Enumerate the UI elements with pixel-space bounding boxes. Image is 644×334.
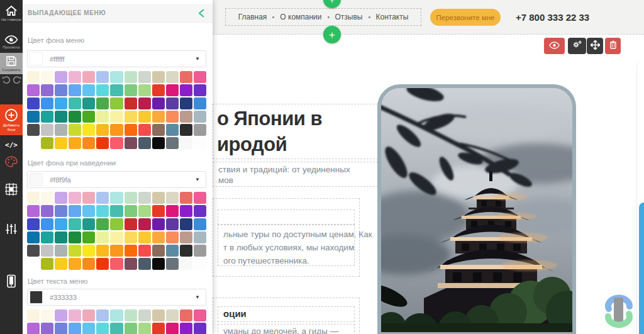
color-swatch[interactable] [125,323,137,334]
color-swatch[interactable] [69,245,81,257]
nav-link[interactable]: О компании [280,13,321,21]
color-swatch[interactable] [96,231,109,243]
color-swatch[interactable] [69,205,81,217]
color-swatch[interactable] [152,205,165,217]
color-swatch[interactable] [82,323,95,334]
callback-button[interactable]: Перезвоните мне [430,9,501,26]
color-swatch[interactable] [55,124,67,136]
add-section-button[interactable]: + [323,26,341,43]
color-swatch[interactable] [166,192,179,204]
color-swatch[interactable] [152,137,165,149]
color-swatch[interactable] [27,231,40,243]
color-swatch[interactable] [166,309,179,321]
color-swatch[interactable] [82,309,95,321]
sidebar-item-mobile-view[interactable] [0,274,23,288]
color-swatch[interactable] [166,97,179,109]
color-swatch[interactable] [138,137,151,149]
color-swatch[interactable] [96,84,109,96]
color-swatch[interactable] [180,137,192,149]
color-swatch[interactable] [194,84,206,96]
nav-link[interactable]: Отзывы [335,13,363,21]
color-swatch[interactable] [138,231,151,243]
color-swatch[interactable] [82,84,95,96]
color-swatch[interactable] [152,192,165,204]
color-swatch[interactable] [110,218,123,230]
color-swatch[interactable] [125,231,137,243]
color-swatch[interactable] [55,97,67,109]
color-swatch[interactable] [152,245,165,257]
color-swatch[interactable] [82,205,95,217]
heading2-block[interactable]: оции [218,306,355,322]
color-swatch[interactable] [27,192,40,204]
color-swatch[interactable] [152,124,165,136]
color-swatch[interactable] [180,97,192,109]
nav-link[interactable]: Контакты [376,13,409,21]
color-swatch[interactable] [41,245,53,257]
color-swatch[interactable] [69,137,81,149]
color-swatch[interactable] [180,258,192,270]
content-subblock[interactable] [218,209,355,225]
color-swatch[interactable] [152,323,165,334]
color-swatch[interactable] [194,258,206,270]
color-swatch[interactable] [138,111,151,123]
color-swatch[interactable] [194,71,206,83]
color-swatch[interactable] [180,218,192,230]
block-move-button[interactable] [587,38,603,54]
color-swatch[interactable] [55,218,67,230]
menu-bg-color-dropdown[interactable]: #ffffff ▼ [27,50,206,67]
hover-bg-color-dropdown[interactable]: #f8f9fa ▼ [27,171,206,188]
redo-icon[interactable] [13,75,21,86]
color-swatch[interactable] [96,258,109,270]
color-swatch[interactable] [125,192,137,204]
color-swatch[interactable] [138,71,151,83]
color-swatch[interactable] [180,71,192,83]
color-swatch[interactable] [194,111,206,123]
color-swatch[interactable] [82,218,95,230]
color-swatch[interactable] [82,231,95,243]
color-swatch[interactable] [138,192,151,204]
color-swatch[interactable] [41,71,53,83]
color-swatch[interactable] [96,309,109,321]
color-swatch[interactable] [27,71,40,83]
color-swatch[interactable] [69,111,81,123]
color-swatch[interactable] [27,245,40,257]
color-swatch[interactable] [166,205,179,217]
color-swatch[interactable] [55,323,67,334]
color-swatch[interactable] [82,258,95,270]
color-swatch[interactable] [166,84,179,96]
color-swatch[interactable] [69,309,81,321]
color-swatch[interactable] [152,111,165,123]
color-swatch[interactable] [166,124,179,136]
color-swatch[interactable] [166,111,179,123]
color-swatch[interactable] [55,84,67,96]
color-swatch[interactable] [82,192,95,204]
color-swatch[interactable] [82,245,95,257]
block-delete-button[interactable] [605,38,621,54]
color-swatch[interactable] [138,84,151,96]
block-visibility-button[interactable] [544,38,565,54]
color-swatch[interactable] [180,192,192,204]
block-settings-button[interactable] [568,38,586,54]
color-swatch[interactable] [125,84,137,96]
color-swatch[interactable] [55,309,67,321]
color-swatch[interactable] [69,192,81,204]
color-swatch[interactable] [41,192,53,204]
color-swatch[interactable] [110,97,123,109]
color-swatch[interactable] [166,258,179,270]
sidebar-item-preview[interactable]: Просмотр [0,35,23,50]
color-swatch[interactable] [194,97,206,109]
color-swatch[interactable] [125,309,137,321]
color-swatch[interactable] [152,97,165,109]
sidebar-item-add-block[interactable]: Добавить блок [0,104,23,135]
color-swatch[interactable] [110,205,123,217]
color-swatch[interactable] [166,323,179,334]
heading-block[interactable]: о Японии в иродой [213,104,384,159]
color-swatch[interactable] [69,218,81,230]
color-swatch[interactable] [110,323,123,334]
color-swatch[interactable] [27,205,40,217]
color-swatch[interactable] [41,111,53,123]
paragraph-block[interactable]: льные туры по доступным ценам. Какт в лю… [218,225,355,266]
color-swatch[interactable] [110,309,123,321]
color-swatch[interactable] [152,258,165,270]
color-swatch[interactable] [27,97,40,109]
